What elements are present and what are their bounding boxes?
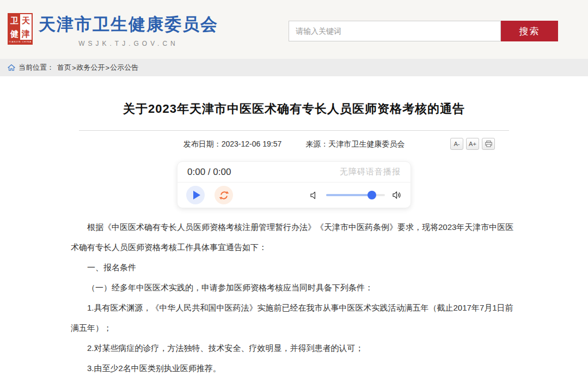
breadcrumb-separator: > (106, 64, 110, 72)
volume-zone (310, 191, 402, 199)
publish-date-value: 2023-12-06 19:57 (222, 140, 282, 148)
publish-date: 发布日期：2023-12-06 19:57 (183, 140, 282, 149)
article-tools: A- A+ (450, 138, 495, 150)
volume-max-icon[interactable] (393, 191, 402, 199)
paragraph: （一）经多年中医医术实践的，申请参加医师资格考核应当同时具备下列条件： (71, 277, 517, 298)
seal-char: 健 (9, 27, 20, 40)
site-text-block: 天津市卫生健康委员会 WSJK.TJ.GOV.CN (39, 13, 218, 47)
seal-char: 天 (20, 14, 32, 27)
volume-slider[interactable] (326, 194, 385, 196)
player-time: 0:00 / 0:00 (187, 167, 231, 178)
paragraph: 3.由至少2名中医类别执业医师推荐。 (71, 358, 517, 376)
home-icon (8, 64, 15, 71)
player-header: 0:00 / 0:00 无障碍语音播报 (177, 162, 411, 183)
player-caption: 无障碍语音播报 (340, 167, 401, 177)
volume-slider-fill (326, 194, 372, 196)
paragraph: 2.对某些病症的诊疗，方法独特、技术安全、疗效明显，并得到患者的认可； (71, 338, 517, 358)
repeat-icon (219, 190, 229, 201)
print-button[interactable] (482, 138, 495, 150)
volume-mute-icon[interactable] (310, 191, 318, 199)
player-controls (177, 183, 411, 208)
seal-char: 卫 (9, 14, 20, 27)
title-divider (79, 130, 509, 131)
search-button[interactable]: 搜索 (501, 21, 558, 41)
site-domain: WSJK.TJ.GOV.CN (39, 40, 218, 47)
article-meta: 发布日期：2023-12-06 19:57 来源：天津市卫生健康委员会 A- A… (79, 136, 509, 153)
play-button[interactable] (186, 186, 205, 204)
audio-player: 0:00 / 0:00 无障碍语音播报 (177, 161, 411, 208)
article-body: 根据《中医医术确有专长人员医师资格考核注册管理暂行办法》《天津市中医药条例》要求… (71, 217, 517, 376)
font-decrease-button[interactable]: A- (450, 138, 463, 150)
breadcrumb-separator: > (72, 64, 76, 72)
site-logo-link[interactable]: 卫 天 健 津 TIANJIN CHINA 天津市卫生健康委员会 WSJK.TJ… (8, 13, 218, 47)
paragraph: 1.具有医术渊源，《中华人民共和国中医药法》实施前已经在我市从事中医医术实践活动… (71, 298, 517, 338)
breadcrumb-notices[interactable]: 公示公告 (110, 63, 138, 72)
source-value: 天津市卫生健康委员会 (328, 140, 405, 148)
breadcrumb-label: 当前位置： (19, 63, 54, 72)
site-header: 卫 天 健 津 TIANJIN CHINA 天津市卫生健康委员会 WSJK.TJ… (0, 0, 588, 59)
breadcrumb-gov-info[interactable]: 政务公开 (77, 63, 105, 72)
font-increase-button[interactable]: A+ (466, 138, 479, 150)
paragraph: 根据《中医医术确有专长人员医师资格考核注册管理暂行办法》《天津市中医药条例》要求… (71, 217, 517, 257)
site-title: 天津市卫生健康委员会 (39, 13, 218, 36)
seal-logo-icon: 卫 天 健 津 TIANJIN CHINA (8, 13, 33, 45)
breadcrumb: 当前位置： 首页 > 政务公开 > 公示公告 (0, 59, 588, 76)
article-title: 关于2023年天津市中医医术确有专长人员医师资格考核的通告 (0, 101, 588, 117)
volume-slider-thumb[interactable] (367, 191, 376, 199)
play-icon (193, 191, 200, 199)
publish-date-label: 发布日期： (183, 140, 222, 148)
source-label: 来源： (305, 140, 328, 148)
seal-caption: TIANJIN CHINA (9, 40, 32, 44)
paragraph-section-heading: 一、报名条件 (71, 257, 517, 277)
seal-char: 津 (20, 27, 32, 40)
breadcrumb-home[interactable]: 首页 (57, 63, 71, 72)
source: 来源：天津市卫生健康委员会 (305, 140, 405, 149)
search-input[interactable] (289, 21, 501, 41)
repeat-button[interactable] (215, 186, 233, 204)
printer-icon (485, 141, 492, 147)
